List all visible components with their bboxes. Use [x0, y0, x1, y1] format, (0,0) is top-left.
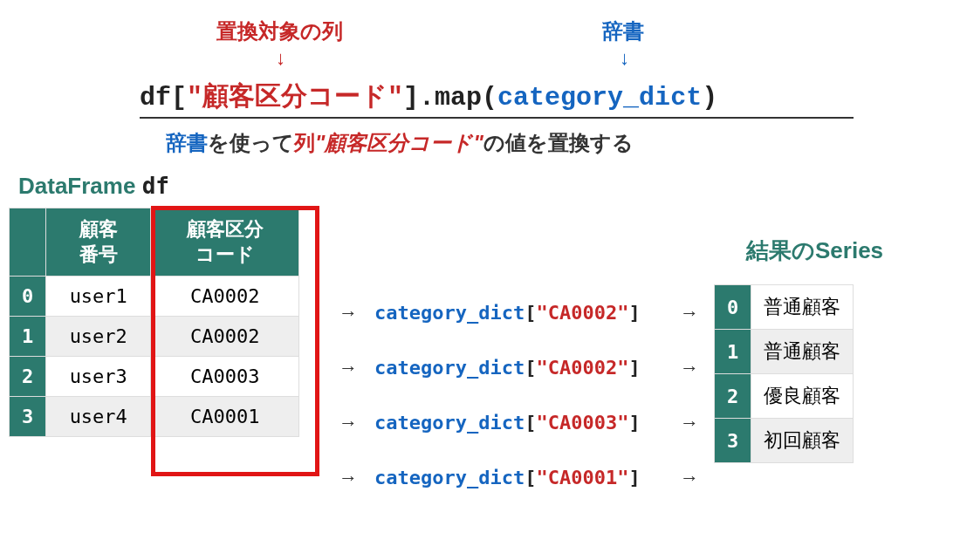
arrow-right: →: [680, 357, 699, 379]
dict-lookup-0: category_dict["CA0002"]: [374, 302, 641, 324]
arrow-right: →: [680, 412, 699, 434]
table-row: 3 user4 CA0001: [10, 397, 299, 437]
arrow-right: →: [339, 357, 358, 379]
result-series-table: 0 普通顧客 1 普通顧客 2 優良顧客 3 初回顧客: [714, 284, 854, 463]
code-expression: df["顧客区分コード"].map(category_dict): [140, 79, 717, 114]
annotation-dict-label: 辞書: [602, 17, 644, 45]
dict-lookup-1: category_dict["CA0002"]: [374, 357, 641, 379]
table-row: 1 user2 CA0002: [10, 317, 299, 357]
dict-lookup-3: category_dict["CA0001"]: [374, 467, 641, 488]
code-map: .map: [419, 83, 482, 113]
arrow-right: →: [339, 412, 358, 434]
code-dict: category_dict: [497, 83, 702, 113]
dataframe-table: 顧客番号 顧客区分コード 0 user1 CA0002 1 user2 CA00…: [9, 208, 299, 437]
arrow-right: →: [339, 467, 358, 489]
arrow-right: →: [680, 467, 699, 489]
code-description: 辞書を使って列"顧客区分コード"の値を置換する: [166, 129, 634, 157]
diagram-canvas: 置換対象の列 辞書 ↓ ↓ df["顧客区分コード"].map(category…: [0, 0, 960, 560]
table-row: 1 普通顧客: [715, 330, 854, 374]
dict-lookup-2: category_dict["CA0003"]: [374, 412, 641, 434]
code-column: "顧客区分コード": [187, 83, 403, 113]
arrow-down-red: ↓: [276, 47, 285, 70]
code-underline: [140, 117, 854, 119]
table-row: 0 user1 CA0002: [10, 277, 299, 317]
dataframe-index-corner: [10, 208, 46, 277]
arrow-right: →: [339, 302, 358, 324]
table-row: 3 初回顧客: [715, 419, 854, 463]
table-row: 0 普通顧客: [715, 285, 854, 330]
dataframe-label: DataFrame df: [18, 173, 169, 200]
code-df: df: [140, 83, 171, 113]
annotation-column-label: 置換対象の列: [216, 17, 343, 45]
dataframe-col-header-0: 顧客番号: [46, 208, 151, 277]
dataframe-col-header-1: 顧客区分コード: [151, 208, 299, 277]
arrow-right: →: [680, 302, 699, 324]
table-row: 2 優良顧客: [715, 374, 854, 419]
arrow-down-blue: ↓: [620, 47, 629, 70]
table-row: 2 user3 CA0003: [10, 357, 299, 397]
result-series-title: 結果のSeries: [746, 236, 883, 266]
